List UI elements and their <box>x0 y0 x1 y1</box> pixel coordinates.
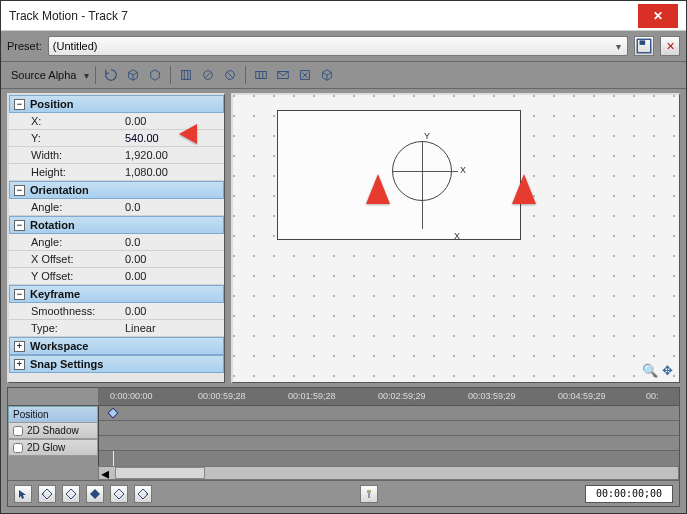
x-axis-label: X <box>460 165 466 175</box>
preset-delete-button[interactable]: ✕ <box>660 36 680 56</box>
mail-icon[interactable] <box>274 66 292 84</box>
window-title: Track Motion - Track 7 <box>9 9 128 23</box>
source-alpha-dropdown[interactable]: ▾ <box>84 70 89 81</box>
time-counter[interactable]: 00:00:00;00 <box>585 485 673 503</box>
kf-type-value[interactable]: Linear <box>119 320 224 336</box>
preset-save-button[interactable] <box>634 36 654 56</box>
orient-angle-value[interactable]: 0.0 <box>119 199 224 215</box>
track-2d-glow[interactable]: 2D Glow <box>8 439 98 456</box>
pos-h-value[interactable]: 1,080.00 <box>119 164 224 180</box>
insert-keyframe-button[interactable] <box>86 485 104 503</box>
close-button[interactable]: ✕ <box>638 4 678 28</box>
track-position[interactable]: Position <box>8 406 98 422</box>
section-keyframe[interactable]: −Keyframe <box>9 285 224 303</box>
anchor-a-icon[interactable] <box>199 66 217 84</box>
anchor-b-icon[interactable] <box>221 66 239 84</box>
motion-canvas[interactable]: Y X X 🔍 ✥ <box>231 93 680 383</box>
scrollbar-thumb[interactable] <box>115 467 205 479</box>
track-2d-shadow[interactable]: 2D Shadow <box>8 422 98 439</box>
timeline-scrollbar[interactable]: ◂ <box>98 466 679 480</box>
section-snap[interactable]: +Snap Settings <box>9 355 224 373</box>
keyframe-marker[interactable] <box>107 407 118 418</box>
kf-smooth-value[interactable]: 0.00 <box>119 303 224 319</box>
x-box-icon[interactable] <box>296 66 314 84</box>
lock-aspect-icon[interactable] <box>177 66 195 84</box>
cursor-tool-icon[interactable] <box>14 485 32 503</box>
cube-iso-icon[interactable] <box>146 66 164 84</box>
svg-rect-1 <box>640 40 646 45</box>
x-axis-label-2: X <box>454 231 460 241</box>
section-workspace[interactable]: +Workspace <box>9 337 224 355</box>
timeline-ruler[interactable]: 0:00:00:00 00:00:59;28 00:01:59;28 00:02… <box>98 388 679 405</box>
rot-yoff-value[interactable]: 0.00 <box>119 268 224 284</box>
preset-value: (Untitled) <box>53 40 98 52</box>
section-orientation[interactable]: −Orientation <box>9 181 224 199</box>
y-axis-label: Y <box>424 131 430 141</box>
rot-angle-value[interactable]: 0.0 <box>119 234 224 250</box>
preset-label: Preset: <box>7 40 42 52</box>
snap-grid-icon[interactable] <box>252 66 270 84</box>
zoom-fit-icon[interactable]: ✥ <box>662 363 673 378</box>
section-rotation[interactable]: −Rotation <box>9 216 224 234</box>
first-keyframe-button[interactable] <box>38 485 56 503</box>
prev-keyframe-button[interactable] <box>62 485 80 503</box>
preset-select[interactable]: (Untitled) <box>48 36 628 56</box>
svg-rect-8 <box>367 490 371 493</box>
sync-cursor-button[interactable] <box>360 485 378 503</box>
annotation-arrow-up-1 <box>363 174 393 308</box>
source-alpha-label: Source Alpha <box>7 69 80 81</box>
annotation-arrow-left <box>179 121 249 151</box>
frame-rect[interactable]: Y X X <box>277 110 521 240</box>
timeline-lanes[interactable] <box>98 406 679 466</box>
cube-front-icon[interactable] <box>124 66 142 84</box>
annotation-arrow-up-2 <box>509 174 539 308</box>
rotate-icon[interactable] <box>102 66 120 84</box>
section-position[interactable]: −Position <box>9 95 224 113</box>
rot-xoff-value[interactable]: 0.00 <box>119 251 224 267</box>
timeline-panel: 0:00:00:00 00:00:59;28 00:01:59;28 00:02… <box>7 387 680 507</box>
zoom-tool-icon[interactable]: 🔍 <box>642 363 658 378</box>
next-keyframe-button[interactable] <box>110 485 128 503</box>
svg-rect-5 <box>256 72 267 79</box>
svg-rect-2 <box>182 71 191 80</box>
last-keyframe-button[interactable] <box>134 485 152 503</box>
shadow-checkbox[interactable] <box>13 426 23 436</box>
cube-wire-icon[interactable] <box>318 66 336 84</box>
glow-checkbox[interactable] <box>13 443 23 453</box>
